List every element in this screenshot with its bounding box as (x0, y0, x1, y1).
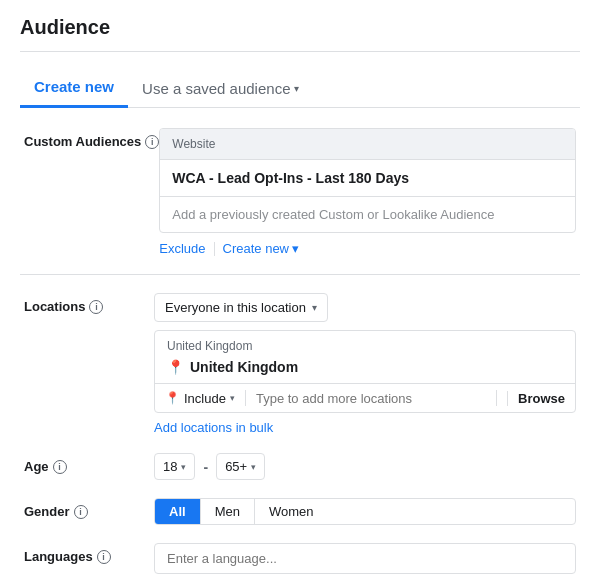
location-input-row: 📍 Include ▾ Browse (155, 384, 575, 412)
include-dropdown[interactable]: 📍 Include ▾ (165, 391, 235, 406)
location-dropdown-chevron-icon: ▾ (312, 302, 317, 313)
include-chevron-icon: ▾ (230, 393, 235, 403)
languages-label: Languages i (24, 543, 154, 564)
custom-audiences-content: Website WCA - Lead Opt-Ins - Last 180 Da… (159, 128, 576, 256)
input-divider (245, 390, 246, 406)
gender-all-button[interactable]: All (155, 499, 201, 524)
age-dash: - (203, 459, 208, 475)
create-new-chevron-icon: ▾ (292, 241, 299, 256)
location-search-input[interactable] (256, 391, 486, 406)
custom-audiences-label: Custom Audiences i (24, 128, 159, 149)
languages-row: Languages i (20, 543, 580, 574)
age-info-icon[interactable]: i (53, 460, 67, 474)
audience-box-header: Website (160, 129, 575, 160)
audience-panel: Audience Create new Use a saved audience… (0, 0, 600, 575)
section-divider-1 (20, 274, 580, 275)
language-input[interactable] (154, 543, 576, 574)
locations-row: Locations i Everyone in this location ▾ … (20, 293, 580, 435)
audience-box-item: WCA - Lead Opt-Ins - Last 180 Days (160, 160, 575, 197)
location-type-dropdown[interactable]: Everyone in this location ▾ (154, 293, 328, 322)
gender-row: Gender i All Men Women (20, 498, 580, 525)
location-country-label: United Kingdom (155, 331, 575, 355)
browse-divider (496, 390, 497, 406)
tab-use-saved[interactable]: Use a saved audience ▾ (128, 70, 313, 107)
location-pin-icon: 📍 (167, 359, 184, 375)
age-min-chevron-icon: ▾ (181, 462, 186, 472)
gender-info-icon[interactable]: i (74, 505, 88, 519)
gender-men-button[interactable]: Men (201, 499, 255, 524)
location-item: 📍 United Kingdom (155, 355, 575, 384)
custom-audiences-row: Custom Audiences i Website WCA - Lead Op… (20, 128, 580, 256)
languages-content (154, 543, 576, 574)
gender-women-button[interactable]: Women (255, 499, 328, 524)
locations-info-icon[interactable]: i (89, 300, 103, 314)
locations-label: Locations i (24, 293, 154, 314)
add-locations-bulk-container: Add locations in bulk (154, 419, 576, 435)
gender-toggle-group: All Men Women (154, 498, 576, 525)
age-max-chevron-icon: ▾ (251, 462, 256, 472)
audience-tabs: Create new Use a saved audience ▾ (20, 68, 580, 108)
title-divider (20, 51, 580, 52)
create-new-button[interactable]: Create new ▾ (223, 241, 299, 256)
age-controls: 18 ▾ - 65+ ▾ (154, 453, 576, 480)
gender-content: All Men Women (154, 498, 576, 525)
add-locations-bulk-button[interactable]: Add locations in bulk (154, 420, 273, 435)
audience-box: Website WCA - Lead Opt-Ins - Last 180 Da… (159, 128, 576, 233)
location-box: United Kingdom 📍 United Kingdom 📍 Includ… (154, 330, 576, 413)
age-label: Age i (24, 453, 154, 474)
include-pin-icon: 📍 (165, 391, 180, 405)
browse-button[interactable]: Browse (507, 391, 565, 406)
exclude-button[interactable]: Exclude (159, 241, 205, 256)
audience-actions: Exclude Create new ▾ (159, 241, 576, 256)
languages-info-icon[interactable]: i (97, 550, 111, 564)
age-max-dropdown[interactable]: 65+ ▾ (216, 453, 265, 480)
locations-content: Everyone in this location ▾ United Kingd… (154, 293, 576, 435)
age-row: Age i 18 ▾ - 65+ ▾ (20, 453, 580, 480)
page-title: Audience (20, 16, 580, 39)
gender-label: Gender i (24, 498, 154, 519)
custom-audiences-info-icon[interactable]: i (145, 135, 159, 149)
age-content: 18 ▾ - 65+ ▾ (154, 453, 576, 480)
tab-create-new[interactable]: Create new (20, 68, 128, 108)
saved-audience-chevron-icon: ▾ (294, 83, 299, 94)
actions-divider (214, 242, 215, 256)
audience-box-placeholder[interactable]: Add a previously created Custom or Looka… (160, 197, 575, 232)
age-min-dropdown[interactable]: 18 ▾ (154, 453, 195, 480)
